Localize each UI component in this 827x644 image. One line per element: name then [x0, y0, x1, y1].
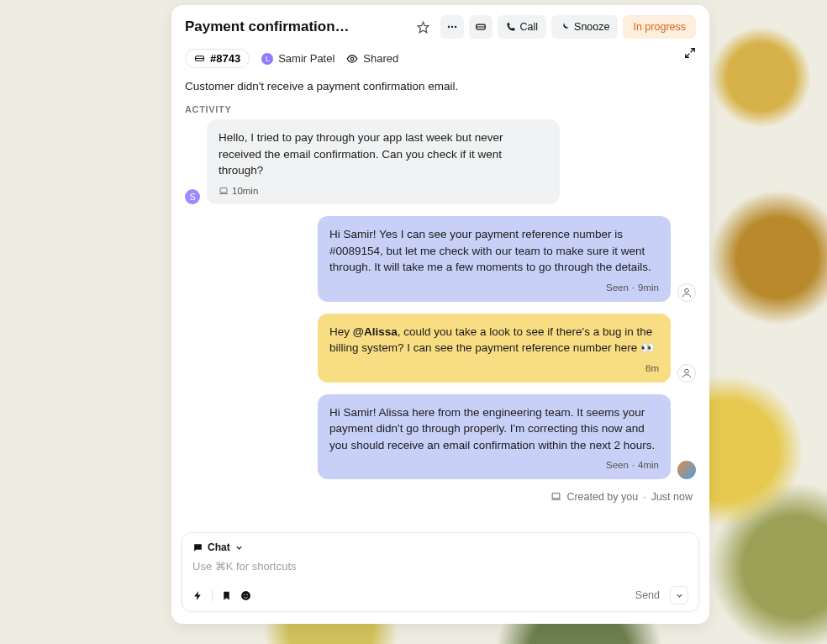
- bolt-button[interactable]: [192, 590, 203, 601]
- ticket-button[interactable]: [469, 15, 493, 39]
- more-button[interactable]: [440, 15, 464, 39]
- call-label: Call: [520, 21, 539, 33]
- chevron-down-icon: [234, 543, 244, 552]
- chat-icon: [192, 542, 203, 553]
- customer-avatar: S: [185, 189, 200, 204]
- composer-mode-label: Chat: [208, 541, 230, 553]
- ticket-id-pill[interactable]: #8743: [185, 49, 250, 68]
- ticket-icon: [475, 21, 487, 33]
- ellipsis-icon: [446, 21, 458, 33]
- author-name: Samir Patel: [278, 52, 334, 65]
- svg-rect-7: [220, 188, 227, 193]
- agent-avatar: [677, 283, 696, 302]
- message-row: Hey @Alissa, could you take a look to se…: [185, 314, 696, 383]
- bolt-icon: [192, 590, 203, 601]
- created-line: Created by you · Just now: [185, 491, 696, 503]
- send-button[interactable]: Send: [629, 586, 666, 604]
- call-button[interactable]: Call: [498, 15, 547, 39]
- message-row: Hi Samir! Alissa here from the engineeri…: [185, 394, 696, 479]
- visibility-chip[interactable]: Shared: [346, 52, 398, 65]
- svg-marker-0: [418, 22, 429, 33]
- svg-point-9: [685, 369, 689, 373]
- emoji-button[interactable]: [240, 590, 251, 601]
- message-time: 8m: [645, 362, 659, 376]
- message-bubble-note[interactable]: Hey @Alissa, could you take a look to se…: [318, 314, 671, 383]
- message-text: Hi Samir! Alissa here from the engineeri…: [329, 404, 659, 454]
- page-title: Payment confirmation…: [185, 18, 407, 35]
- created-by: Created by you: [566, 491, 638, 503]
- separator: [212, 589, 213, 601]
- composer-input[interactable]: Use ⌘K for shortcuts: [192, 558, 688, 581]
- svg-point-8: [685, 288, 689, 293]
- conversation-card: Payment confirmation… Call Snooze In pro…: [171, 5, 709, 624]
- chevron-down-icon: [675, 591, 684, 600]
- svg-point-13: [246, 594, 247, 594]
- eye-icon: [346, 53, 358, 65]
- summary-text: Customer didn't receive a payment confir…: [171, 77, 709, 104]
- agent-avatar: [677, 364, 696, 383]
- card-header: Payment confirmation… Call Snooze In pro…: [171, 5, 709, 47]
- composer-tools: [192, 589, 251, 601]
- phone-icon: [506, 22, 516, 32]
- engineer-avatar: [677, 461, 696, 479]
- svg-point-6: [351, 57, 355, 61]
- message-status: Seen: [606, 458, 629, 472]
- expand-icon: [684, 47, 696, 59]
- person-icon: [681, 367, 693, 379]
- expand-button[interactable]: [684, 47, 696, 59]
- message-bubble-agent[interactable]: Hi Samir! Alissa here from the engineeri…: [318, 394, 671, 479]
- message-time: 4min: [638, 458, 659, 472]
- snooze-label: Snooze: [574, 21, 609, 33]
- message-row: S Hello, I tried to pay through your app…: [185, 119, 696, 204]
- message-status: Seen: [606, 281, 629, 295]
- star-icon: [417, 21, 429, 34]
- svg-point-11: [241, 591, 250, 600]
- ticket-icon: [194, 53, 205, 64]
- bookmark-button[interactable]: [221, 590, 232, 601]
- message-thread[interactable]: S Hello, I tried to pay through your app…: [171, 119, 709, 524]
- send-more-button[interactable]: [670, 586, 688, 604]
- svg-rect-10: [553, 494, 561, 499]
- moon-icon: [560, 22, 570, 32]
- author-avatar: L: [261, 53, 273, 65]
- message-text: Hey @Alissa, could you take a look to se…: [329, 324, 659, 356]
- composer-mode-picker[interactable]: Chat: [192, 541, 688, 553]
- message-bubble-customer[interactable]: Hello, I tried to pay through your app l…: [207, 119, 560, 204]
- status-badge[interactable]: In progress: [623, 15, 696, 39]
- meta-row: #8743 L Samir Patel Shared: [171, 47, 709, 77]
- svg-point-12: [244, 594, 245, 594]
- mention[interactable]: @Alissa: [353, 325, 398, 338]
- message-text: Hi Samir! Yes I can see your payment ref…: [329, 226, 659, 276]
- person-icon: [681, 287, 693, 298]
- svg-point-1: [447, 26, 449, 28]
- message-time: 10min: [232, 184, 258, 198]
- snooze-button[interactable]: Snooze: [551, 15, 618, 39]
- ticket-id: #8743: [210, 52, 240, 65]
- message-row: Hi Samir! Yes I can see your payment ref…: [185, 216, 696, 301]
- author-chip[interactable]: L Samir Patel: [261, 52, 334, 65]
- created-when: Just now: [651, 491, 693, 503]
- composer: Chat Use ⌘K for shortcuts Send: [182, 532, 699, 612]
- message-bubble-agent[interactable]: Hi Samir! Yes I can see your payment ref…: [318, 216, 671, 301]
- visibility-label: Shared: [363, 52, 398, 65]
- laptop-icon: [550, 491, 561, 502]
- bookmark-icon: [221, 590, 232, 601]
- status-label: In progress: [633, 21, 686, 33]
- star-button[interactable]: [412, 15, 435, 39]
- laptop-icon: [219, 186, 229, 196]
- message-time: 9min: [638, 281, 659, 295]
- activity-label: ACTIVITY: [171, 104, 709, 119]
- svg-point-2: [450, 26, 452, 28]
- message-text: Hello, I tried to pay through your app l…: [219, 129, 548, 179]
- emoji-icon: [240, 590, 251, 601]
- svg-point-3: [454, 26, 456, 28]
